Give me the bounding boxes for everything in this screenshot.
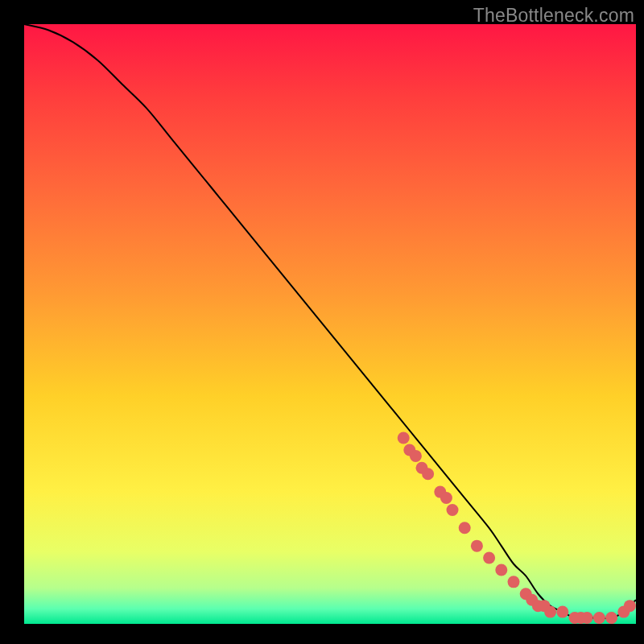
marker-dot [471, 540, 483, 552]
marker-dot [544, 606, 556, 618]
marker-dot [447, 504, 459, 516]
marker-dot [556, 606, 568, 618]
watermark-text: TheBottleneck.com [473, 5, 634, 27]
chart-background [24, 24, 636, 624]
marker-dot [581, 612, 593, 624]
marker-dot [410, 450, 422, 462]
marker-dot [593, 612, 605, 624]
marker-dot [440, 492, 452, 504]
marker-dot [459, 522, 471, 534]
marker-dot [495, 564, 507, 576]
marker-dot [508, 576, 520, 588]
marker-dot [398, 432, 410, 444]
marker-dot [483, 552, 495, 564]
marker-dot [624, 600, 636, 612]
bottleneck-chart [0, 0, 644, 644]
chart-container: TheBottleneck.com [0, 0, 644, 644]
marker-dot [422, 468, 434, 480]
marker-dot [605, 612, 617, 624]
